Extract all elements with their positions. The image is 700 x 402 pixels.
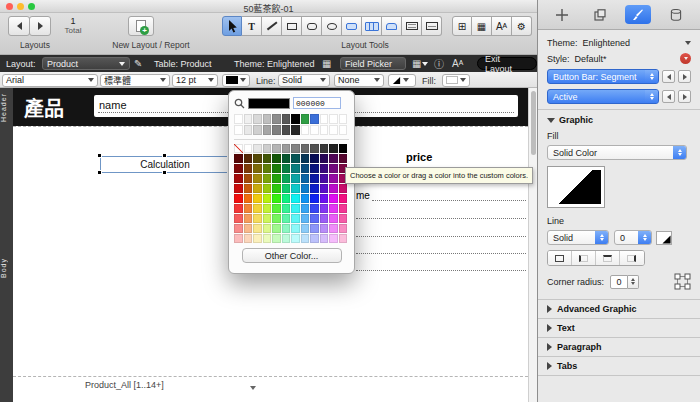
color-swatch[interactable]	[339, 114, 348, 124]
line-right-edge-button[interactable]	[620, 251, 644, 265]
paragraph-section[interactable]: Paragraph	[538, 337, 700, 356]
price-label[interactable]: price	[406, 151, 432, 163]
color-swatch[interactable]	[282, 154, 291, 163]
color-swatch[interactable]	[253, 125, 262, 135]
color-swatch[interactable]	[310, 144, 319, 153]
color-swatch[interactable]	[291, 184, 300, 193]
color-swatch[interactable]	[234, 164, 243, 173]
rounded-rectangle-tool-button[interactable]	[302, 16, 322, 36]
color-swatch[interactable]	[253, 214, 262, 223]
color-swatch[interactable]	[253, 114, 262, 124]
exit-layout-button[interactable]: Exit Layout	[477, 57, 537, 70]
color-swatch[interactable]	[329, 214, 338, 223]
color-swatch[interactable]	[339, 184, 348, 193]
color-swatch[interactable]	[339, 224, 348, 233]
color-swatch[interactable]	[310, 224, 319, 233]
field-picker-tool-button[interactable]: ⊞	[452, 16, 472, 36]
color-swatch[interactable]	[320, 174, 329, 183]
color-swatch[interactable]	[272, 204, 281, 213]
color-swatch[interactable]	[339, 154, 348, 163]
color-swatch[interactable]	[301, 125, 310, 135]
color-swatch[interactable]	[301, 154, 310, 163]
color-swatch[interactable]	[282, 184, 291, 193]
color-swatch[interactable]	[310, 184, 319, 193]
color-swatch[interactable]	[310, 214, 319, 223]
color-swatch[interactable]	[272, 114, 281, 124]
color-swatch[interactable]	[320, 224, 329, 233]
color-swatch[interactable]	[244, 224, 253, 233]
record-range-indicator[interactable]: Product_All [1..14+]	[85, 380, 164, 390]
color-swatch[interactable]	[320, 154, 329, 163]
field-tool-button[interactable]	[422, 16, 442, 36]
color-swatch[interactable]	[263, 174, 272, 183]
position-tab[interactable]	[549, 5, 575, 24]
color-swatch[interactable]	[301, 144, 310, 153]
font-style-popup[interactable]: 標準體	[100, 74, 170, 87]
color-swatch[interactable]	[272, 234, 281, 243]
color-swatch[interactable]	[291, 174, 300, 183]
color-swatch[interactable]	[320, 194, 329, 203]
theme-grid-button[interactable]: ▦	[322, 57, 331, 70]
color-swatch[interactable]	[282, 194, 291, 203]
color-swatch[interactable]	[339, 204, 348, 213]
settings-button[interactable]: ⚙	[512, 16, 532, 36]
color-swatch[interactable]	[253, 234, 262, 243]
color-swatch[interactable]	[301, 184, 310, 193]
color-swatch[interactable]	[329, 114, 338, 124]
color-swatch[interactable]	[234, 174, 243, 183]
color-swatch[interactable]	[253, 154, 262, 163]
color-swatch[interactable]	[310, 164, 319, 173]
theme-menu-button[interactable]	[685, 41, 691, 45]
color-swatch[interactable]	[320, 184, 329, 193]
color-swatch[interactable]	[329, 144, 338, 153]
fill-color-well[interactable]	[547, 166, 605, 208]
hex-color-input[interactable]	[293, 97, 341, 109]
graphic-section-header[interactable]: Graphic	[547, 115, 691, 125]
advanced-graphic-section[interactable]: Advanced Graphic	[538, 299, 700, 318]
color-swatch[interactable]	[272, 164, 281, 173]
color-swatch[interactable]	[329, 204, 338, 213]
color-swatch[interactable]	[263, 214, 272, 223]
zoom-window-button[interactable]	[28, 3, 35, 10]
color-swatch[interactable]	[339, 214, 348, 223]
color-swatch[interactable]	[253, 224, 262, 233]
oval-tool-button[interactable]	[322, 16, 342, 36]
color-swatch[interactable]	[301, 114, 310, 124]
color-swatch[interactable]	[234, 204, 243, 213]
theme-indicator[interactable]: Theme: Enlightened	[234, 59, 315, 69]
color-swatch[interactable]	[320, 114, 329, 124]
line-tool-button[interactable]	[262, 16, 282, 36]
color-swatch[interactable]	[320, 144, 329, 153]
color-swatch[interactable]	[291, 144, 300, 153]
color-swatch[interactable]	[291, 154, 300, 163]
color-swatch[interactable]	[320, 204, 329, 213]
color-swatch[interactable]	[244, 194, 253, 203]
field-picker-button[interactable]: Field Picker	[340, 57, 406, 70]
layout-title-text[interactable]: 產品	[24, 93, 64, 122]
color-swatch[interactable]	[272, 194, 281, 203]
color-swatch[interactable]	[234, 224, 243, 233]
object-part-popup[interactable]: Button Bar: Segment	[547, 69, 659, 84]
line-color-well[interactable]	[656, 231, 672, 245]
color-swatch[interactable]	[234, 114, 243, 124]
color-swatch[interactable]	[244, 164, 253, 173]
color-swatch[interactable]	[282, 204, 291, 213]
color-swatch[interactable]	[263, 144, 272, 153]
part-boundary[interactable]	[13, 376, 528, 377]
color-swatch[interactable]	[320, 164, 329, 173]
color-swatch[interactable]	[320, 214, 329, 223]
partial-name-label[interactable]: me	[356, 190, 370, 201]
color-swatch[interactable]	[310, 114, 319, 124]
color-swatch[interactable]	[263, 184, 272, 193]
color-swatch[interactable]	[301, 164, 310, 173]
color-swatch[interactable]	[310, 125, 319, 135]
text-color-swatch-button[interactable]	[222, 74, 250, 87]
color-swatch[interactable]	[339, 125, 348, 135]
color-swatch[interactable]	[244, 174, 253, 183]
text-section[interactable]: Text	[538, 318, 700, 337]
color-swatch[interactable]	[244, 144, 253, 153]
chevron-down-icon[interactable]	[250, 386, 256, 390]
color-swatch[interactable]	[310, 174, 319, 183]
color-swatch[interactable]	[253, 174, 262, 183]
color-swatch[interactable]	[291, 164, 300, 173]
